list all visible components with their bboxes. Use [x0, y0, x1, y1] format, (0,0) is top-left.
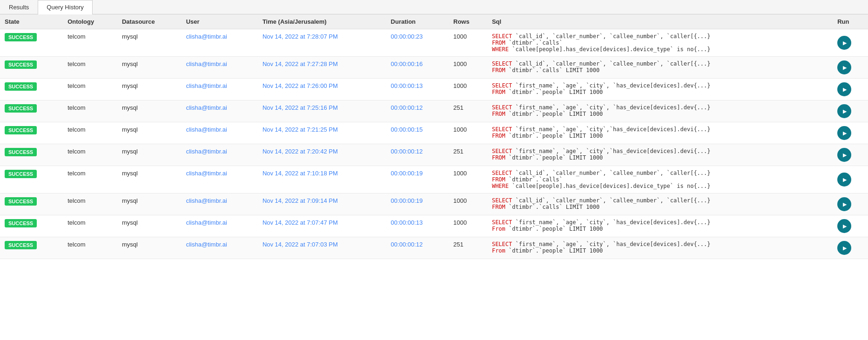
col-header-ontology: Ontology [63, 14, 117, 29]
cell-datasource: mysql [117, 215, 182, 237]
run-button[interactable] [837, 60, 851, 74]
run-button[interactable] [837, 197, 851, 211]
run-button[interactable] [837, 241, 851, 255]
duration-link[interactable]: 00:00:00:23 [391, 33, 423, 40]
run-button[interactable] [837, 126, 851, 140]
time-link[interactable]: Nov 14, 2022 at 7:07:03 PM [262, 241, 338, 248]
cell-run [833, 122, 868, 144]
table-body: SUCCESStelcommysqlclisha@timbr.aiNov 14,… [0, 29, 868, 259]
table-row: SUCCESStelcommysqlclisha@timbr.aiNov 14,… [0, 193, 868, 215]
sql-line: SELECT `call_id`, `caller_number`, `call… [492, 197, 828, 204]
run-button[interactable] [837, 104, 851, 118]
cell-user[interactable]: clisha@timbr.ai [182, 144, 258, 166]
user-link[interactable]: clisha@timbr.ai [186, 104, 227, 111]
duration-link[interactable]: 00:00:00:16 [391, 60, 423, 67]
cell-time: Nov 14, 2022 at 7:21:25 PM [258, 122, 386, 144]
run-button[interactable] [837, 173, 851, 187]
cell-ontology: telcom [63, 79, 117, 100]
cell-sql: SELECT `first_name`, `age`, `city`, `has… [487, 79, 833, 100]
duration-link[interactable]: 00:00:00:12 [391, 241, 423, 248]
cell-sql: SELECT `first_name`, `age`, `city`, `has… [487, 215, 833, 237]
tab-results[interactable]: Results [0, 0, 38, 14]
col-header-state: State [0, 14, 63, 29]
sql-line: From `dtimbr`.`people` LIMIT 1000 [492, 226, 828, 232]
cell-user[interactable]: clisha@timbr.ai [182, 79, 258, 100]
cell-time: Nov 14, 2022 at 7:26:00 PM [258, 79, 386, 100]
time-link[interactable]: Nov 14, 2022 at 7:28:07 PM [262, 33, 338, 40]
tab-query-history[interactable]: Query History [38, 0, 92, 14]
duration-link[interactable]: 00:00:00:13 [391, 82, 423, 89]
cell-time: Nov 14, 2022 at 7:20:42 PM [258, 144, 386, 166]
cell-run [833, 237, 868, 259]
duration-link[interactable]: 00:00:00:19 [391, 170, 423, 177]
cell-run [833, 57, 868, 79]
cell-duration: 00:00:00:12 [386, 100, 449, 122]
cell-ontology: telcom [63, 144, 117, 166]
cell-state: SUCCESS [0, 144, 63, 166]
cell-duration: 00:00:00:12 [386, 237, 449, 259]
run-button[interactable] [837, 36, 851, 50]
cell-datasource: mysql [117, 144, 182, 166]
sql-line: SELECT `first_name`, `age`, `city`, `has… [492, 241, 828, 247]
user-link[interactable]: clisha@timbr.ai [186, 82, 227, 89]
duration-link[interactable]: 00:00:00:15 [391, 126, 423, 133]
cell-ontology: telcom [63, 57, 117, 79]
cell-rows: 1000 [449, 57, 487, 79]
cell-user[interactable]: clisha@timbr.ai [182, 237, 258, 259]
cell-state: SUCCESS [0, 193, 63, 215]
time-link[interactable]: Nov 14, 2022 at 7:09:14 PM [262, 197, 338, 204]
cell-time: Nov 14, 2022 at 7:10:18 PM [258, 166, 386, 193]
user-link[interactable]: clisha@timbr.ai [186, 241, 227, 248]
cell-rows: 1000 [449, 29, 487, 57]
time-link[interactable]: Nov 14, 2022 at 7:20:42 PM [262, 148, 338, 155]
cell-user[interactable]: clisha@timbr.ai [182, 193, 258, 215]
cell-state: SUCCESS [0, 100, 63, 122]
user-link[interactable]: clisha@timbr.ai [186, 126, 227, 133]
duration-link[interactable]: 00:00:00:12 [391, 148, 423, 155]
cell-user[interactable]: clisha@timbr.ai [182, 215, 258, 237]
user-link[interactable]: clisha@timbr.ai [186, 170, 227, 177]
time-link[interactable]: Nov 14, 2022 at 7:25:16 PM [262, 104, 338, 111]
cell-user[interactable]: clisha@timbr.ai [182, 122, 258, 144]
user-link[interactable]: clisha@timbr.ai [186, 33, 227, 40]
cell-datasource: mysql [117, 100, 182, 122]
time-link[interactable]: Nov 14, 2022 at 7:21:25 PM [262, 126, 338, 133]
cell-rows: 1000 [449, 122, 487, 144]
cell-rows: 1000 [449, 79, 487, 100]
cell-state: SUCCESS [0, 166, 63, 193]
duration-link[interactable]: 00:00:00:12 [391, 104, 423, 111]
sql-line: FROM `dtimbr`.`people` LIMIT 1000 [492, 154, 828, 161]
time-link[interactable]: Nov 14, 2022 at 7:10:18 PM [262, 170, 338, 177]
duration-link[interactable]: 00:00:00:19 [391, 197, 423, 204]
cell-rows: 1000 [449, 166, 487, 193]
cell-ontology: telcom [63, 193, 117, 215]
run-button[interactable] [837, 82, 851, 96]
cell-user[interactable]: clisha@timbr.ai [182, 100, 258, 122]
run-button[interactable] [837, 219, 851, 233]
cell-run [833, 215, 868, 237]
cell-user[interactable]: clisha@timbr.ai [182, 166, 258, 193]
time-link[interactable]: Nov 14, 2022 at 7:27:28 PM [262, 60, 338, 67]
cell-sql: SELECT `first_name`, `age`, `city`, `has… [487, 100, 833, 122]
cell-run [833, 29, 868, 57]
user-link[interactable]: clisha@timbr.ai [186, 197, 227, 204]
time-link[interactable]: Nov 14, 2022 at 7:26:00 PM [262, 82, 338, 89]
cell-datasource: mysql [117, 29, 182, 57]
sql-line: SELECT `call_id`, `caller_number`, `call… [492, 60, 828, 67]
user-link[interactable]: clisha@timbr.ai [186, 60, 227, 67]
cell-ontology: telcom [63, 29, 117, 57]
user-link[interactable]: clisha@timbr.ai [186, 148, 227, 155]
table-container: StateOntologyDatasourceUserTime (Asia/Je… [0, 14, 868, 259]
cell-state: SUCCESS [0, 29, 63, 57]
time-link[interactable]: Nov 14, 2022 at 7:07:47 PM [262, 219, 338, 226]
cell-ontology: telcom [63, 122, 117, 144]
cell-rows: 1000 [449, 215, 487, 237]
cell-time: Nov 14, 2022 at 7:28:07 PM [258, 29, 386, 57]
cell-user[interactable]: clisha@timbr.ai [182, 57, 258, 79]
duration-link[interactable]: 00:00:00:13 [391, 219, 423, 226]
run-button[interactable] [837, 148, 851, 162]
cell-state: SUCCESS [0, 122, 63, 144]
cell-duration: 00:00:00:19 [386, 193, 449, 215]
user-link[interactable]: clisha@timbr.ai [186, 219, 227, 226]
cell-user[interactable]: clisha@timbr.ai [182, 29, 258, 57]
